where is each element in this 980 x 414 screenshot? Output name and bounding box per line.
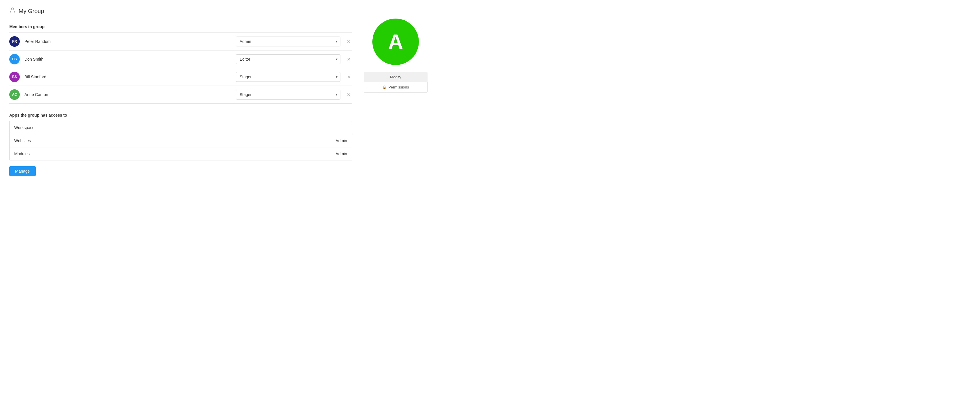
apps-table: Workspace Websites Admin Modules Admin xyxy=(9,121,352,160)
modify-button[interactable]: Modify xyxy=(364,72,428,82)
list-item: Websites Admin xyxy=(10,134,352,148)
sidebar-actions: Modify 🔒 Permissions xyxy=(364,72,428,92)
role-select-wrapper: Admin Editor Stager Viewer ▾ xyxy=(236,36,340,46)
member-name: Anne Canton xyxy=(24,92,231,97)
member-name: Bill Stanford xyxy=(24,75,231,79)
remove-member-button[interactable]: ✕ xyxy=(345,73,352,80)
group-avatar-large: A xyxy=(372,19,419,65)
app-permission: Admin xyxy=(336,138,347,143)
permissions-label: Permissions xyxy=(388,85,409,89)
role-select-wrapper: Admin Editor Stager Viewer ▾ xyxy=(236,90,340,100)
group-avatar-letter: A xyxy=(388,30,403,54)
app-name: Websites xyxy=(14,138,31,143)
avatar: DS xyxy=(9,54,20,64)
list-item: Modules Admin xyxy=(10,148,352,160)
remove-member-button[interactable]: ✕ xyxy=(345,38,352,45)
apps-section: Apps the group has access to Workspace W… xyxy=(9,113,352,176)
role-select-wrapper: Admin Editor Stager Viewer ▾ xyxy=(236,54,340,64)
members-section: Members in group PR Peter Random Admin E… xyxy=(9,24,352,103)
list-item: Workspace xyxy=(10,121,352,134)
table-row: AC Anne Canton Admin Editor Stager Viewe… xyxy=(9,86,352,103)
role-select-wrapper: Admin Editor Stager Viewer ▾ xyxy=(236,72,340,82)
avatar-initials: AC xyxy=(12,92,17,97)
table-row: BS Bill Stanford Admin Editor Stager Vie… xyxy=(9,68,352,86)
page-header: My Group xyxy=(9,7,352,15)
app-permission: Admin xyxy=(336,151,347,156)
avatar: AC xyxy=(9,89,20,100)
svg-point-0 xyxy=(11,8,13,10)
role-select[interactable]: Admin Editor Stager Viewer xyxy=(236,72,340,82)
role-select[interactable]: Admin Editor Stager Viewer xyxy=(236,54,340,64)
avatar: PR xyxy=(9,36,20,47)
app-name: Workspace xyxy=(14,125,35,130)
person-icon xyxy=(9,7,16,15)
app-name: Modules xyxy=(14,151,30,156)
remove-member-button[interactable]: ✕ xyxy=(345,56,352,63)
remove-member-button[interactable]: ✕ xyxy=(345,91,352,98)
avatar-initials: BS xyxy=(12,75,17,79)
apps-section-title: Apps the group has access to xyxy=(9,113,352,117)
members-list: PR Peter Random Admin Editor Stager View… xyxy=(9,32,352,103)
role-select[interactable]: Admin Editor Stager Viewer xyxy=(236,90,340,100)
main-content: My Group Members in group PR Peter Rando… xyxy=(9,7,352,407)
page-title: My Group xyxy=(19,8,44,14)
table-row: DS Don Smith Admin Editor Stager Viewer … xyxy=(9,51,352,68)
members-section-title: Members in group xyxy=(9,24,352,29)
permissions-button[interactable]: 🔒 Permissions xyxy=(364,82,428,92)
member-name: Peter Random xyxy=(24,39,231,44)
avatar-initials: DS xyxy=(12,57,17,61)
lock-icon: 🔒 xyxy=(382,85,387,89)
role-select[interactable]: Admin Editor Stager Viewer xyxy=(236,36,340,46)
right-sidebar: A Modify 🔒 Permissions xyxy=(364,7,428,407)
table-row: PR Peter Random Admin Editor Stager View… xyxy=(9,33,352,51)
avatar: BS xyxy=(9,71,20,82)
avatar-initials: PR xyxy=(12,40,17,43)
manage-button[interactable]: Manage xyxy=(9,166,36,176)
member-name: Don Smith xyxy=(24,57,231,62)
